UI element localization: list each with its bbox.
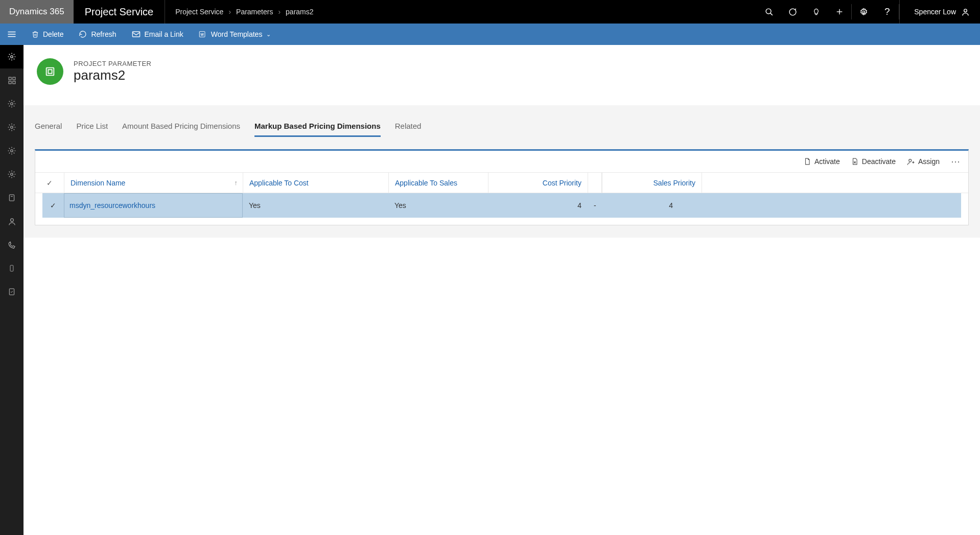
user-name-label: Spencer Low [914, 8, 956, 16]
nav-item-3[interactable] [0, 92, 24, 115]
breadcrumb-item-1[interactable]: Project Service [175, 8, 223, 16]
word-templates-button[interactable]: W Word Templates ⌄ [197, 27, 273, 41]
svg-rect-26 [132, 32, 139, 37]
hamburger-menu-icon[interactable] [0, 24, 24, 45]
tabs-section: General Price List Amount Based Pricing … [24, 105, 980, 238]
grid-header-row: ✓ Dimension Name Applicable To Cost Appl… [35, 173, 968, 193]
user-menu[interactable]: Spencer Low [899, 0, 980, 24]
word-label: Word Templates [211, 30, 263, 38]
svg-line-3 [795, 9, 796, 10]
grid-toolbar: Activate Deactivate Assign ⋯ [35, 151, 968, 173]
word-icon: W [199, 30, 207, 38]
table-row[interactable]: ✓ msdyn_resourceworkhours Yes Yes 4 - 4 [42, 193, 961, 218]
column-header-applicable-sales[interactable]: Applicable To Sales [388, 173, 488, 193]
cell-cost-priority: 4 [488, 193, 588, 218]
entity-type-label: PROJECT PARAMETER [74, 60, 151, 67]
svg-rect-29 [46, 68, 54, 76]
person-assign-icon [907, 158, 915, 166]
nav-item-6[interactable] [0, 162, 24, 186]
gear-icon[interactable] [852, 0, 875, 24]
nav-item-11[interactable] [0, 280, 24, 304]
trash-icon [32, 30, 39, 38]
cell-applicable-sales: Yes [388, 193, 488, 218]
column-header-dimension-name[interactable]: Dimension Name [64, 173, 243, 193]
tab-amount-dimensions[interactable]: Amount Based Pricing Dimensions [122, 118, 240, 137]
svg-point-0 [766, 9, 771, 14]
nav-item-5[interactable] [0, 139, 24, 162]
column-spacer [588, 173, 602, 193]
tab-general[interactable]: General [35, 118, 62, 137]
brand-label[interactable]: Dynamics 365 [0, 0, 74, 24]
breadcrumb-item-2[interactable]: Parameters [236, 8, 273, 16]
row-select-checkbox[interactable]: ✓ [42, 193, 64, 218]
nav-item-2[interactable] [0, 68, 24, 92]
chevron-right-icon: › [228, 8, 231, 16]
nav-item-1[interactable] [0, 45, 24, 68]
refresh-button[interactable]: Refresh [77, 27, 118, 41]
column-end [702, 173, 714, 193]
search-icon[interactable] [757, 0, 781, 24]
column-header-cost-priority[interactable]: Cost Priority [488, 173, 588, 193]
activate-button[interactable]: Activate [804, 157, 840, 166]
lightbulb-icon[interactable] [804, 0, 828, 24]
assign-label: Assign [918, 157, 940, 166]
add-icon[interactable] [828, 0, 851, 24]
tab-related[interactable]: Related [395, 118, 422, 137]
activate-label: Activate [814, 157, 840, 166]
tabs: General Price List Amount Based Pricing … [35, 118, 969, 137]
breadcrumb: Project Service › Parameters › params2 [165, 0, 323, 24]
person-icon [961, 8, 970, 16]
deactivate-label: Deactivate [862, 157, 896, 166]
svg-text:W: W [200, 33, 204, 36]
svg-point-22 [10, 218, 13, 221]
nav-item-10[interactable] [0, 257, 24, 280]
command-bar: Delete Refresh Email a Link W Word Templ… [0, 24, 980, 45]
document-icon [804, 157, 811, 166]
cell-sales-priority: 4 [600, 193, 679, 218]
document-x-icon [851, 157, 858, 166]
svg-point-19 [11, 173, 13, 176]
nav-item-4[interactable] [0, 115, 24, 139]
svg-point-11 [11, 56, 13, 58]
column-header-sales-priority[interactable]: Sales Priority [602, 173, 702, 193]
column-header-applicable-cost[interactable]: Applicable To Cost [243, 173, 388, 193]
svg-rect-20 [9, 195, 14, 201]
svg-point-18 [11, 150, 13, 152]
svg-rect-23 [10, 265, 13, 271]
svg-line-1 [770, 13, 772, 15]
select-all-checkbox[interactable]: ✓ [35, 179, 64, 187]
chevron-down-icon: ⌄ [266, 31, 271, 38]
refresh-label: Refresh [91, 30, 116, 38]
nav-item-9[interactable] [0, 233, 24, 257]
email-label: Email a Link [145, 30, 183, 38]
breadcrumb-item-3[interactable]: params2 [286, 8, 313, 16]
svg-rect-13 [12, 77, 15, 80]
more-actions-icon[interactable]: ⋯ [951, 156, 961, 167]
svg-point-6 [862, 11, 865, 13]
main-content: PROJECT PARAMETER params2 General Price … [24, 45, 980, 535]
cell-applicable-cost: Yes [243, 193, 388, 218]
record-header: PROJECT PARAMETER params2 [24, 45, 980, 105]
nav-item-7[interactable] [0, 186, 24, 210]
help-icon[interactable]: ? [875, 0, 899, 24]
dimension-name-value: msdyn_resourceworkhours [64, 193, 243, 218]
cell-dimension-name[interactable]: msdyn_resourceworkhours [64, 193, 243, 218]
task-icon[interactable] [781, 0, 804, 24]
entity-name-label: params2 [74, 67, 151, 83]
tab-markup-dimensions[interactable]: Markup Based Pricing Dimensions [254, 118, 381, 137]
tab-pricelist[interactable]: Price List [76, 118, 108, 137]
svg-point-17 [11, 126, 13, 129]
svg-point-7 [964, 9, 967, 12]
svg-rect-15 [12, 81, 15, 83]
cell-dash: - [588, 193, 600, 218]
email-link-button[interactable]: Email a Link [130, 27, 185, 41]
entity-icon [37, 58, 63, 85]
svg-point-33 [909, 159, 912, 161]
app-name-label[interactable]: Project Service [74, 0, 166, 24]
svg-point-16 [11, 103, 13, 105]
nav-item-8[interactable] [0, 210, 24, 233]
delete-button[interactable]: Delete [30, 27, 65, 41]
left-nav-rail [0, 24, 24, 535]
assign-button[interactable]: Assign [907, 157, 940, 166]
deactivate-button[interactable]: Deactivate [851, 157, 896, 166]
